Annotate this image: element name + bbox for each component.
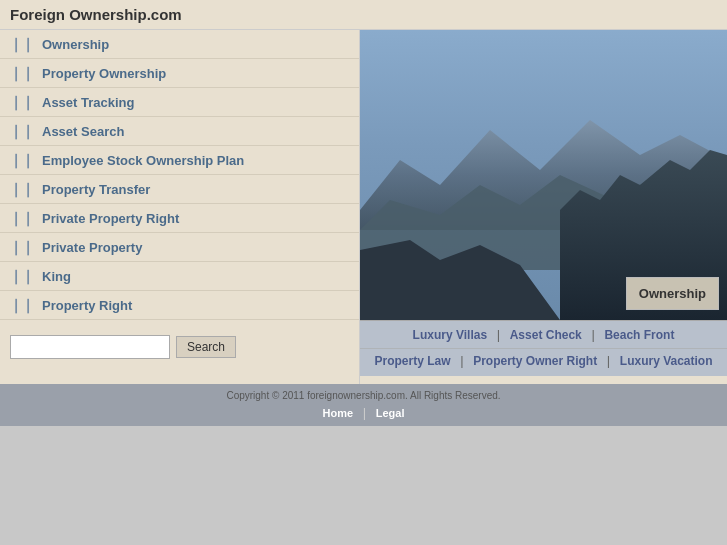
home-link[interactable]: Home <box>323 407 354 419</box>
bullet-icon: ❘❘ <box>10 94 34 110</box>
search-input[interactable] <box>10 335 170 359</box>
footer-separator: | <box>363 405 366 420</box>
search-button[interactable]: Search <box>176 336 236 358</box>
bullet-icon: ❘❘ <box>10 210 34 226</box>
nav-item-property-transfer[interactable]: ❘❘ Property Transfer <box>0 175 359 204</box>
nav-item-king[interactable]: ❘❘ King <box>0 262 359 291</box>
gray-area <box>0 426 727 545</box>
separator1: | <box>497 327 500 342</box>
header: Foreign Ownership.com <box>0 0 727 30</box>
nav-item-ownership[interactable]: ❘❘ Ownership <box>0 30 359 59</box>
footer-links: Home | Legal <box>10 405 717 420</box>
footer-copyright: Copyright © 2011 foreignownership.com. A… <box>10 390 717 401</box>
bullet-icon: ❘❘ <box>10 297 34 313</box>
property-owner-right-link[interactable]: Property Owner Right <box>473 354 597 368</box>
bullet-icon: ❘❘ <box>10 65 34 81</box>
bullet-icon: ❘❘ <box>10 181 34 197</box>
legal-link[interactable]: Legal <box>376 407 405 419</box>
separator2: | <box>591 327 594 342</box>
asset-check-link[interactable]: Asset Check <box>510 328 582 342</box>
bullet-icon: ❘❘ <box>10 152 34 168</box>
right-panel: Ownership Luxury Villas | Asset Check | … <box>360 30 727 384</box>
luxury-villas-link[interactable]: Luxury Villas <box>413 328 487 342</box>
links-bar2: Property Law | Property Owner Right | Lu… <box>360 348 727 376</box>
footer: Copyright © 2011 foreignownership.com. A… <box>0 384 727 426</box>
nav-item-asset-search[interactable]: ❘❘ Asset Search <box>0 117 359 146</box>
separator3: | <box>460 353 463 368</box>
bullet-icon: ❘❘ <box>10 123 34 139</box>
nav-item-property-right[interactable]: ❘❘ Property Right <box>0 291 359 320</box>
bullet-icon: ❘❘ <box>10 239 34 255</box>
site-title: Foreign Ownership.com <box>10 6 182 23</box>
mountain-image: Ownership <box>360 30 727 320</box>
ownership-button[interactable]: Ownership <box>626 277 719 310</box>
separator4: | <box>607 353 610 368</box>
nav-item-esop[interactable]: ❘❘ Employee Stock Ownership Plan <box>0 146 359 175</box>
bullet-icon: ❘❘ <box>10 268 34 284</box>
nav-item-property-ownership[interactable]: ❘❘ Property Ownership <box>0 59 359 88</box>
main-container: ❘❘ Ownership ❘❘ Property Ownership ❘❘ As… <box>0 30 727 384</box>
beach-front-link[interactable]: Beach Front <box>604 328 674 342</box>
nav-item-asset-tracking[interactable]: ❘❘ Asset Tracking <box>0 88 359 117</box>
nav-item-private-property[interactable]: ❘❘ Private Property <box>0 233 359 262</box>
bullet-icon: ❘❘ <box>10 36 34 52</box>
search-area: Search <box>0 320 359 374</box>
property-law-link[interactable]: Property Law <box>374 354 450 368</box>
luxury-vacation-link[interactable]: Luxury Vacation <box>620 354 713 368</box>
links-bar1: Luxury Villas | Asset Check | Beach Fron… <box>360 320 727 348</box>
nav-item-private-property-right[interactable]: ❘❘ Private Property Right <box>0 204 359 233</box>
left-panel: ❘❘ Ownership ❘❘ Property Ownership ❘❘ As… <box>0 30 360 384</box>
